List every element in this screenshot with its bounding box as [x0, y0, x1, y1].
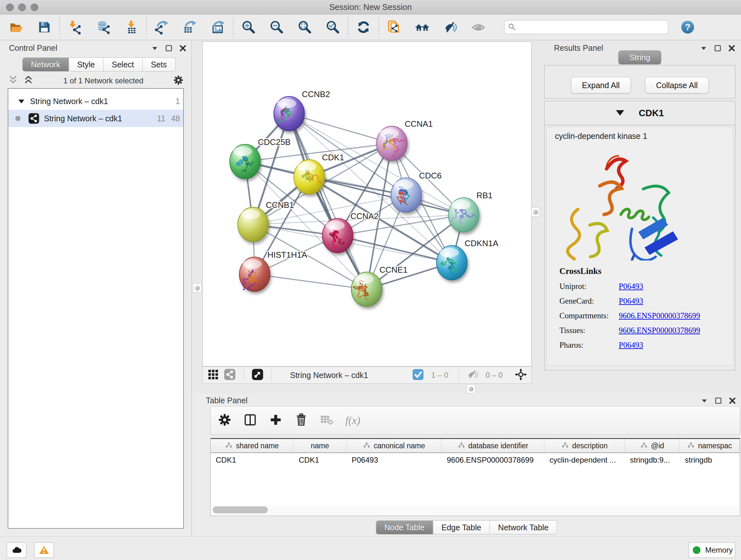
column-header-description[interactable]: description [544, 439, 625, 452]
tab-select[interactable]: Select [104, 57, 142, 71]
left-splitter[interactable] [192, 40, 202, 393]
import-table-button[interactable] [123, 19, 139, 35]
table-hscrollbar-thumb[interactable] [213, 506, 268, 513]
table-cell[interactable]: stringdb:9... [625, 453, 680, 467]
table-panel-float-icon[interactable] [714, 396, 723, 406]
show-graphics-button[interactable] [470, 19, 486, 35]
network-node-CCNE1[interactable] [351, 272, 382, 307]
import-database-button[interactable] [95, 19, 111, 35]
network-node-CDKN1A[interactable] [436, 246, 467, 280]
search-input[interactable] [504, 20, 668, 34]
results-panel-menu-icon[interactable] [699, 44, 708, 54]
export-table-button[interactable] [182, 19, 198, 35]
network-edge[interactable] [289, 114, 392, 143]
tab-network-table[interactable]: Network Table [490, 520, 557, 535]
control-panel-float-icon[interactable] [165, 44, 173, 54]
table-panel-close-icon[interactable] [728, 396, 737, 406]
zoom-selected-button[interactable] [325, 19, 341, 35]
hidden-elements-icon[interactable] [467, 368, 479, 382]
column-header-shared-name[interactable]: shared name [211, 439, 293, 452]
collection-expander-icon[interactable] [17, 97, 25, 105]
network-edge[interactable] [255, 274, 367, 289]
column-header-database-identifier[interactable]: database identifier [442, 439, 544, 452]
tab-sets[interactable]: Sets [143, 57, 176, 71]
delete-column-icon[interactable] [294, 413, 308, 428]
network-node-RB1[interactable] [448, 198, 479, 232]
column-header-namespac[interactable]: namespac [680, 439, 740, 452]
column-header--id[interactable]: @id [625, 439, 680, 452]
expand-all-networks-icon[interactable] [23, 75, 34, 87]
help-button[interactable]: ? [680, 20, 695, 35]
birdseye-view-icon[interactable] [252, 368, 264, 382]
network-row[interactable]: String Network – cdk1 11 48 [8, 110, 183, 127]
export-image-button[interactable] [210, 19, 226, 35]
table-options-gear-icon[interactable] [218, 413, 232, 428]
network-node-CCNA2[interactable] [322, 219, 353, 253]
right-splitter[interactable] [532, 40, 539, 393]
cloud-button[interactable] [7, 543, 26, 558]
network-node-CCNB1[interactable] [238, 207, 268, 242]
control-panel-menu-icon[interactable] [151, 44, 159, 54]
selected-checkbox-icon[interactable] [412, 368, 424, 382]
network-collection-row[interactable]: String Network – cdk1 1 [8, 92, 183, 110]
update-button[interactable] [355, 19, 372, 35]
control-panel-close-icon[interactable] [179, 44, 187, 54]
table-row[interactable]: CDK1CDK1P064939606.ENSP00000378699cyclin… [211, 453, 740, 467]
create-column-icon[interactable] [269, 413, 283, 428]
tab-string[interactable]: String [618, 51, 661, 64]
column-header-name[interactable]: name [293, 439, 347, 452]
crosslink-link[interactable]: P06493 [619, 297, 643, 306]
network-options-gear-icon[interactable] [173, 75, 184, 87]
table-cell[interactable]: 9606.ENSP00000378699 [442, 453, 544, 467]
network-node-CDK1[interactable] [294, 160, 325, 194]
import-network-button[interactable] [67, 19, 83, 35]
open-session-button[interactable] [8, 19, 24, 35]
table-cell[interactable]: CDK1 [211, 453, 293, 467]
zoom-out-button[interactable] [269, 19, 285, 35]
network-node-CDC6[interactable] [391, 178, 421, 212]
network-node-CCNA1[interactable] [377, 126, 407, 161]
table-cell[interactable]: cyclin-dependent ... [544, 453, 625, 467]
save-session-button[interactable] [37, 19, 52, 35]
show-grid-icon[interactable] [207, 368, 219, 382]
network-edge[interactable] [338, 236, 452, 263]
memory-button[interactable]: Memory [689, 543, 735, 558]
results-panel-close-icon[interactable] [728, 44, 736, 54]
table-cell[interactable]: stringdb [680, 453, 740, 467]
zoom-fit-button[interactable] [297, 19, 313, 35]
hide-graphics-button[interactable] [442, 19, 458, 35]
column-header-canonical-name[interactable]: canonical name [347, 439, 442, 452]
bottom-splitter-handle[interactable] [467, 384, 475, 393]
fit-content-crosshair-icon[interactable] [515, 368, 527, 382]
gene-expander-icon[interactable] [616, 110, 624, 120]
tab-node-table[interactable]: Node Table [376, 520, 433, 535]
tab-style[interactable]: Style [69, 57, 104, 71]
network-node-HIST1H1A[interactable] [239, 257, 270, 292]
share-document-button[interactable] [386, 19, 402, 35]
warnings-button[interactable] [34, 543, 54, 558]
gene-header[interactable]: CDK1 [545, 101, 735, 125]
tab-network[interactable]: Network [22, 57, 69, 71]
crosslink-link[interactable]: P06493 [619, 341, 643, 350]
collapse-all-networks-icon[interactable] [8, 75, 18, 87]
left-splitter-handle[interactable] [193, 284, 202, 293]
network-node-CCNB2[interactable] [274, 97, 305, 131]
crosslink-link[interactable]: 9606.ENSP00000378699 [619, 326, 700, 335]
results-panel-float-icon[interactable] [714, 44, 722, 54]
show-columns-icon[interactable] [243, 413, 257, 428]
collapse-all-button[interactable]: Collapse All [645, 77, 709, 94]
homes-button[interactable] [414, 19, 430, 35]
crosslink-link[interactable]: P06493 [619, 282, 643, 291]
delete-table-icon[interactable] [320, 413, 334, 428]
zoom-in-button[interactable] [241, 19, 257, 35]
bottom-splitter[interactable] [202, 384, 532, 393]
network-node-CDC25B[interactable] [230, 144, 260, 179]
table-panel-menu-icon[interactable] [700, 396, 709, 406]
network-share-view-icon[interactable] [224, 368, 236, 382]
table-hscrollbar[interactable] [212, 506, 739, 514]
export-network-button[interactable] [154, 19, 170, 35]
table-cell[interactable]: P06493 [347, 453, 442, 467]
network-canvas[interactable]: CCNB2CCNA1CDC25BCDK1CDC6RB1CCNB1CCNA2CDK… [202, 42, 532, 367]
crosslink-link[interactable]: 9606.ENSP00000378699 [619, 311, 700, 320]
table-cell[interactable]: CDK1 [293, 453, 347, 467]
